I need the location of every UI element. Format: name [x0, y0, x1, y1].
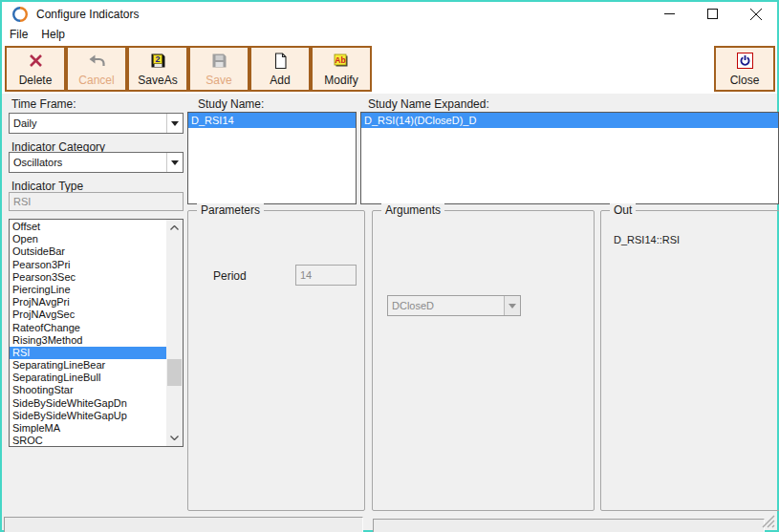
study-name-label: Study Name:	[198, 97, 264, 111]
out-title: Out	[610, 203, 636, 217]
minimize-button[interactable]	[648, 2, 691, 26]
list-item[interactable]: SideBySideWhiteGapDn	[10, 397, 166, 410]
scrollbar[interactable]	[166, 220, 183, 446]
menu-bar: File Help	[2, 26, 777, 44]
save-floppy-icon	[211, 52, 227, 71]
period-field: 14	[295, 265, 357, 286]
list-item[interactable]: Pearson3Pri	[10, 259, 166, 271]
list-item[interactable]: OutsideBar	[10, 245, 166, 258]
list-item[interactable]: SROC	[10, 435, 166, 446]
scroll-down-icon[interactable]	[166, 430, 183, 446]
client-area: Time Frame: Daily Indicator Category Osc…	[4, 94, 775, 528]
configure-indicators-window: Configure Indicators File Help Delete	[0, 0, 779, 532]
status-panel-left	[4, 517, 363, 532]
close-icon	[750, 9, 762, 20]
save-button: Save	[188, 46, 249, 92]
delete-x-icon	[28, 52, 44, 71]
indicator-type-label: Indicator Type	[11, 180, 83, 193]
list-item[interactable]: D_RSI(14)(DCloseD)_D	[361, 113, 778, 128]
list-item[interactable]: RateofChange	[10, 322, 166, 334]
svg-text:2: 2	[155, 54, 160, 64]
indicator-type-listbox[interactable]: OffsetOpenOutsideBarPearson3PriPearson3S…	[9, 219, 184, 447]
list-item[interactable]: SideBySideWhiteGapUp	[10, 410, 166, 422]
list-item[interactable]: SeparatingLineBear	[10, 359, 166, 372]
close-button[interactable]: Close	[714, 46, 775, 92]
list-item[interactable]: Pearson3Sec	[10, 271, 166, 284]
list-item[interactable]: SimpleMA	[10, 422, 166, 435]
save-as-floppy-icon: 2	[150, 52, 166, 71]
power-icon	[737, 52, 753, 71]
time-frame-label: Time Frame:	[11, 97, 76, 111]
save-as-button[interactable]: 2 SaveAs	[127, 46, 188, 92]
close-window-button[interactable]	[734, 2, 777, 26]
arguments-title: Arguments	[381, 203, 444, 217]
new-document-icon	[272, 52, 289, 71]
parameters-title: Parameters	[197, 203, 264, 217]
list-item[interactable]: Open	[10, 233, 166, 245]
chevron-down-icon[interactable]	[166, 153, 183, 172]
delete-button[interactable]: Delete	[5, 46, 66, 92]
list-item[interactable]: SeparatingLineBull	[10, 372, 166, 384]
menu-help[interactable]: Help	[41, 27, 74, 43]
minimize-icon	[664, 9, 675, 19]
time-frame-select[interactable]: Daily	[9, 113, 184, 134]
title-bar: Configure Indicators	[2, 2, 777, 26]
menu-file[interactable]: File	[10, 27, 36, 43]
study-name-list[interactable]: D_RSI14	[187, 112, 357, 204]
study-name-expanded-list[interactable]: D_RSI(14)(DCloseD)_D	[360, 112, 779, 204]
argument-select: DCloseD	[387, 295, 521, 316]
maximize-button[interactable]	[691, 2, 734, 26]
out-value: D_RSI14::RSI	[614, 234, 680, 245]
add-button[interactable]: Add	[249, 46, 311, 92]
parameters-group: Parameters Period 14	[187, 210, 365, 511]
undo-arrow-icon	[88, 52, 105, 71]
indicator-category-select[interactable]: Oscillators	[9, 152, 184, 173]
chevron-down-icon[interactable]	[166, 114, 183, 133]
cancel-button: Cancel	[66, 46, 127, 92]
scroll-up-icon[interactable]	[166, 220, 183, 236]
list-item[interactable]: RSI	[10, 347, 166, 359]
app-logo-icon	[11, 6, 29, 23]
list-item[interactable]: Offset	[10, 221, 166, 233]
list-item[interactable]: ProjNAvgSec	[10, 309, 166, 321]
indicator-type-field: RSI	[9, 192, 184, 211]
resize-grip[interactable]	[760, 513, 775, 528]
modify-ab-icon: Ab	[333, 52, 350, 71]
list-item[interactable]: Rising3Method	[10, 334, 166, 347]
list-item[interactable]: ShootingStar	[10, 384, 166, 396]
chevron-down-icon	[504, 296, 520, 315]
period-label: Period	[213, 269, 247, 283]
list-item[interactable]: ProjNAvgPri	[10, 296, 166, 309]
modify-button[interactable]: Ab Modify	[311, 46, 372, 92]
svg-text:Ab: Ab	[335, 55, 345, 65]
maximize-icon	[707, 9, 718, 19]
status-panel-right	[373, 519, 765, 532]
list-item[interactable]: D_RSI14	[188, 113, 356, 128]
arguments-group: Arguments DCloseD	[372, 210, 595, 511]
toolbar: Delete Cancel 2	[2, 44, 777, 94]
study-name-expanded-label: Study Name Expanded:	[368, 97, 489, 111]
out-group: Out D_RSI14::RSI	[600, 210, 779, 511]
window-title: Configure Indicators	[36, 8, 139, 21]
scroll-thumb[interactable]	[167, 359, 182, 386]
list-item[interactable]: PiercingLine	[10, 284, 166, 296]
